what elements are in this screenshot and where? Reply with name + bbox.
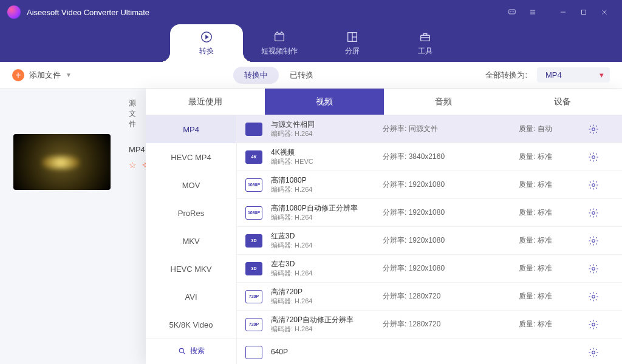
panel-tab-video[interactable]: 视频 [265,89,384,115]
preset-settings-button[interactable] [588,291,599,302]
divider [543,0,553,24]
preset-format-icon: 720P [245,318,262,331]
preset-row[interactable]: 1080P高清1080P自动修正分辨率编码器: H.264分辨率: 1920x1… [237,199,622,227]
video-thumbnail[interactable] [13,134,111,190]
preset-row[interactable]: 3D红蓝3D编码器: H.264分辨率: 1920x1080质量: 标准 [237,227,622,255]
preset-text: 4K视频编码器: HEVC [271,148,374,166]
panel-tab-device[interactable]: 设备 [503,89,622,115]
format-item[interactable]: HEVC MKV [146,255,236,283]
preset-title: 高清720P自动修正分辨率 [271,315,374,325]
format-selected-value: MP4 [545,70,562,79]
preset-row[interactable]: 3D左右3D编码器: H.264分辨率: 1920x1080质量: 标准 [237,255,622,283]
tab-mv[interactable]: 短视频制作 [243,24,316,62]
panel-tab-recent[interactable]: 最近使用 [146,89,265,115]
preset-settings-button[interactable] [588,180,599,190]
svg-point-26 [592,267,595,270]
preset-format-icon: 720P [245,290,262,303]
svg-marker-12 [205,35,209,39]
preset-settings-button[interactable] [588,235,599,246]
preset-encoder: 编码器: H.264 [271,185,374,194]
preset-row[interactable]: 4K4K视频编码器: HEVC分辨率: 3840x2160质量: 标准 [237,143,622,171]
svg-point-21 [592,127,595,130]
preset-settings-button[interactable] [588,152,599,163]
svg-point-19 [179,348,183,352]
tab-toolbox[interactable]: 工具 [389,24,462,62]
preset-text: 红蓝3D编码器: H.264 [271,232,374,250]
panel-tabs: 最近使用 视频 音频 设备 [146,89,622,115]
plus-icon: + [12,69,24,81]
tab-converted[interactable]: 已转换 [279,67,324,84]
preset-row[interactable]: 720P高清720P自动修正分辨率编码器: H.264分辨率: 1280x720… [237,311,622,339]
format-item[interactable]: MOV [146,171,236,199]
minimize-icon[interactable] [553,0,573,24]
svg-rect-13 [275,34,284,41]
preset-resolution: 分辨率: 1920x1080 [383,263,510,274]
preset-title: 高清720P [271,288,374,297]
tab-convert[interactable]: 转换 [170,24,243,62]
svg-point-25 [592,239,595,242]
search-label: 搜索 [190,346,205,356]
preset-list[interactable]: 与源文件相同编码器: H.264分辨率: 同源文件质量: 自动4K4K视频编码器… [237,115,622,364]
file-action-icons: ☆ ✧ [129,160,140,170]
preset-row[interactable]: 720P高清720P编码器: H.264分辨率: 1280x720质量: 标准 [237,283,622,311]
menu-icon[interactable] [522,0,543,24]
add-files-label: 添加文件 [29,70,61,81]
preset-format-icon: 1080P [245,178,262,192]
subbar: + 添加文件 ▼ 转换中 已转换 全部转换为: MP4 [0,62,622,89]
preset-quality: 质量: 标准 [519,180,579,190]
format-item[interactable]: ProRes [146,199,236,227]
preset-settings-button[interactable] [588,319,599,330]
main-nav: 转换 短视频制作 分屏 工具 [0,24,622,62]
preset-title: 640P [271,348,374,357]
svg-rect-8 [582,10,586,15]
panel-tab-audio[interactable]: 音频 [384,89,503,115]
format-item[interactable]: 5K/8K Video [146,311,236,339]
preset-text: 高清720P自动修正分辨率编码器: H.264 [271,315,374,334]
chevron-down-icon: ▼ [66,72,72,78]
preset-resolution: 分辨率: 同源文件 [383,124,510,134]
svg-point-28 [592,323,595,326]
add-files-button[interactable]: + 添加文件 ▼ [12,69,72,81]
app-logo-icon [7,5,21,19]
format-search[interactable]: 搜索 [146,339,236,363]
svg-point-23 [592,183,595,186]
format-item[interactable]: AVI [146,283,236,311]
preset-row[interactable]: 640P [237,339,622,364]
preset-quality: 质量: 标准 [519,207,579,218]
preset-settings-button[interactable] [588,207,599,218]
titlebar: Aiseesoft Video Converter Ultimate [0,0,622,24]
preset-encoder: 编码器: H.264 [271,129,374,138]
preset-format-icon: 3D [245,234,262,248]
format-item[interactable]: MKV [146,227,236,255]
preset-settings-button[interactable] [588,124,599,135]
svg-point-24 [592,211,595,214]
preset-format-icon: 1080P [245,206,262,220]
maximize-icon[interactable] [573,0,594,24]
preset-resolution: 分辨率: 1920x1080 [383,207,510,218]
preset-title: 4K视频 [271,148,374,158]
tab-converting[interactable]: 转换中 [233,67,279,84]
format-item[interactable]: HEVC MP4 [146,143,236,171]
convert-icon [200,30,213,44]
preset-text: 640P [271,348,374,357]
svg-point-29 [592,351,595,354]
format-panel: 最近使用 视频 音频 设备 MP4HEVC MP4MOVProResMKVHEV… [146,89,622,364]
preset-format-icon: 3D [245,262,262,275]
tab-collage[interactable]: 分屏 [316,24,389,62]
preset-settings-button[interactable] [588,263,599,274]
preset-resolution: 分辨率: 1280x720 [383,319,510,329]
message-icon[interactable] [502,0,522,24]
preset-format-icon [245,123,262,136]
format-item[interactable]: MP4 [146,115,236,143]
output-format-select[interactable]: MP4 [537,67,610,83]
star-icon[interactable]: ☆ [129,160,137,170]
app-title: Aiseesoft Video Converter Ultimate [27,8,149,17]
preset-settings-button[interactable] [588,347,599,358]
close-icon[interactable] [594,0,615,24]
preset-encoder: 编码器: H.264 [271,213,374,221]
source-file-heading: 源文件 [13,98,140,129]
preset-format-icon [245,346,262,359]
preset-row[interactable]: 与源文件相同编码器: H.264分辨率: 同源文件质量: 自动 [237,115,622,143]
preset-row[interactable]: 1080P高清1080P编码器: H.264分辨率: 1920x1080质量: … [237,171,622,199]
tab-label: 分屏 [345,46,360,56]
